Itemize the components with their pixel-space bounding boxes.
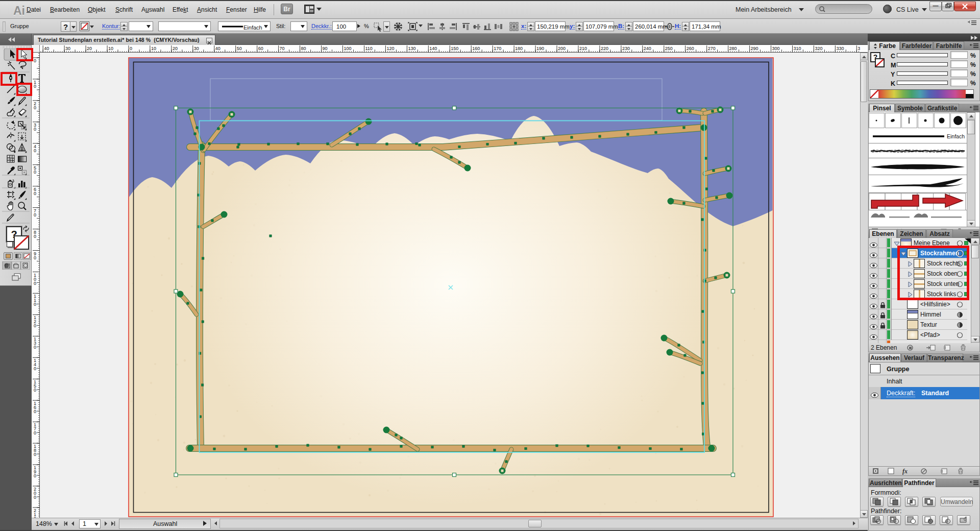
svg-text:0: 0 bbox=[34, 105, 36, 110]
svg-text:340: 340 bbox=[857, 46, 860, 51]
svg-text:0: 0 bbox=[34, 191, 36, 196]
svg-text:0: 0 bbox=[34, 302, 36, 307]
svg-text:0: 0 bbox=[34, 345, 36, 350]
svg-text:0: 0 bbox=[34, 234, 36, 239]
svg-text:0: 0 bbox=[34, 388, 36, 393]
svg-text:300: 300 bbox=[772, 46, 780, 51]
svg-text:40: 40 bbox=[215, 46, 220, 51]
svg-text:140: 140 bbox=[429, 46, 437, 51]
svg-text:80: 80 bbox=[301, 46, 306, 51]
svg-text:220: 220 bbox=[601, 46, 608, 51]
svg-text:60: 60 bbox=[258, 46, 263, 51]
svg-text:30: 30 bbox=[65, 46, 70, 51]
svg-text:320: 320 bbox=[815, 46, 822, 51]
svg-text:210: 210 bbox=[579, 46, 587, 51]
svg-text:0: 0 bbox=[34, 212, 36, 218]
svg-text:30: 30 bbox=[194, 46, 199, 51]
svg-text:20: 20 bbox=[173, 46, 178, 51]
svg-text:0: 0 bbox=[34, 430, 36, 436]
svg-text:90: 90 bbox=[323, 46, 328, 51]
svg-text:0: 0 bbox=[34, 473, 36, 478]
svg-text:310: 310 bbox=[794, 46, 801, 51]
svg-text:0: 0 bbox=[34, 127, 36, 132]
svg-text:0: 0 bbox=[34, 148, 36, 153]
svg-text:0: 0 bbox=[34, 84, 36, 89]
svg-text:70: 70 bbox=[280, 46, 285, 51]
svg-text:150: 150 bbox=[451, 46, 458, 51]
svg-text:180: 180 bbox=[515, 46, 523, 51]
svg-text:0: 0 bbox=[130, 46, 132, 51]
svg-text:10: 10 bbox=[151, 46, 156, 51]
svg-text:100: 100 bbox=[344, 46, 352, 51]
svg-text:130: 130 bbox=[408, 46, 415, 51]
svg-text:230: 230 bbox=[622, 46, 630, 51]
svg-text:0: 0 bbox=[34, 366, 36, 371]
svg-text:120: 120 bbox=[386, 46, 394, 51]
svg-text:0: 0 bbox=[34, 452, 36, 457]
svg-text:250: 250 bbox=[665, 46, 673, 51]
svg-text:330: 330 bbox=[836, 46, 844, 51]
svg-text:160: 160 bbox=[472, 46, 480, 51]
svg-text:0: 0 bbox=[34, 495, 36, 500]
svg-text:110: 110 bbox=[365, 46, 373, 51]
svg-text:fx: fx bbox=[902, 468, 908, 475]
svg-text:20: 20 bbox=[87, 46, 92, 51]
svg-text:10: 10 bbox=[108, 46, 113, 51]
svg-text:290: 290 bbox=[751, 46, 758, 51]
svg-text:200: 200 bbox=[558, 46, 566, 51]
svg-text:0: 0 bbox=[34, 409, 36, 414]
svg-text:0: 0 bbox=[34, 323, 36, 328]
svg-text:40: 40 bbox=[44, 46, 49, 51]
svg-text:170: 170 bbox=[494, 46, 501, 51]
svg-text:280: 280 bbox=[729, 46, 737, 51]
svg-text:50: 50 bbox=[237, 46, 242, 51]
svg-text:0: 0 bbox=[34, 281, 36, 286]
svg-text:270: 270 bbox=[708, 46, 716, 51]
svg-text:0: 0 bbox=[34, 255, 36, 260]
svg-text:260: 260 bbox=[687, 46, 694, 51]
svg-text:0: 0 bbox=[34, 170, 36, 175]
svg-text:190: 190 bbox=[536, 46, 544, 51]
svg-text:240: 240 bbox=[644, 46, 651, 51]
svg-text:0: 0 bbox=[34, 58, 36, 63]
